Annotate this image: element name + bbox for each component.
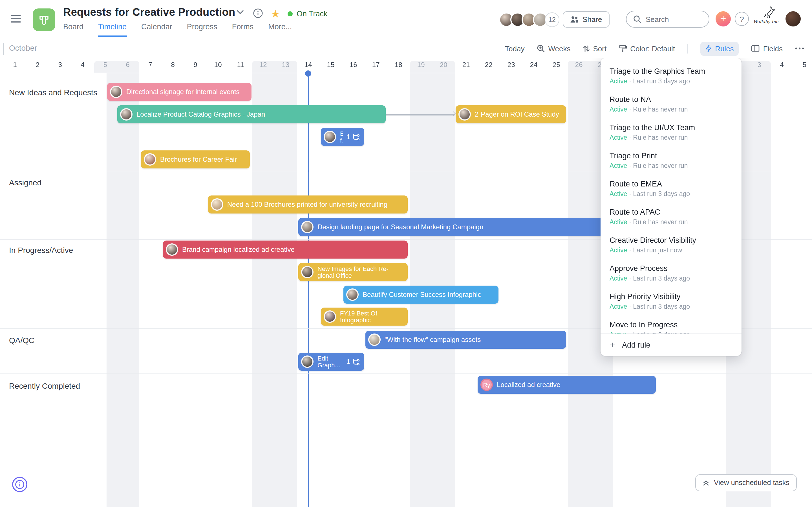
rule-item[interactable]: High Priority VisibilityActive · Last ru… (601, 289, 742, 317)
rule-last-run: Rule has never run (633, 162, 688, 169)
rule-item[interactable]: Triage to the Graphics TeamActive · Last… (601, 64, 742, 92)
task-bar[interactable]: EditGraph…1 (298, 353, 364, 371)
board-glyph-icon (38, 13, 50, 26)
date-cell: 4 (71, 61, 94, 69)
task-label: Bf… (340, 130, 343, 144)
task-bar[interactable]: RyLocalized ad creative (477, 376, 656, 394)
page-title[interactable]: Requests for Creative Production (63, 6, 235, 18)
fields-button[interactable]: Fields (751, 44, 783, 53)
search-icon (633, 15, 641, 23)
rule-title: High Priority Visibility (610, 292, 732, 301)
task-bar[interactable]: New Images for Each Re-gional Office (298, 263, 408, 281)
task-bar[interactable]: Need a 100 Brochures printed for univers… (208, 195, 408, 214)
section-label-column (0, 73, 107, 507)
view-tabs: BoardTimelineCalendarProgressFormsMore..… (63, 22, 292, 37)
date-cell: 4 (770, 61, 793, 69)
date-cell: 3 (49, 61, 71, 69)
rule-item[interactable]: Route to APACActive · Rule has never run (601, 205, 742, 233)
title-chevron-down-icon[interactable] (237, 10, 244, 15)
date-cell: 6 (116, 61, 139, 69)
rule-item[interactable]: Approve ProcessActive · Last run 3 days … (601, 261, 742, 289)
color-button[interactable]: Color: Default (619, 44, 675, 53)
rule-status: Active · Last run 3 days ago (610, 190, 732, 197)
assignee-avatar (368, 334, 380, 346)
project-info-icon[interactable] (253, 8, 263, 18)
task-bar[interactable]: Design landing page for Seasonal Marketi… (298, 218, 635, 236)
rule-title: Triage to the Graphics Team (610, 67, 732, 75)
sort-icon (583, 45, 590, 52)
user-avatar[interactable] (785, 11, 801, 26)
date-cell: 18 (387, 61, 410, 69)
color-label: Color: Default (630, 44, 675, 53)
rules-button[interactable]: Rules (700, 41, 739, 55)
tab-board[interactable]: Board (63, 22, 84, 37)
task-bar[interactable]: Brand campaign localized ad creative (163, 240, 408, 259)
rule-item[interactable]: Move to In ProgressActive · Last run 3 d… (601, 317, 742, 334)
rules-dropdown: Triage to the Graphics TeamActive · Last… (601, 58, 742, 356)
rule-status: Active · Last run 3 days ago (610, 303, 732, 310)
rule-last-run: Last run 3 days ago (633, 190, 690, 197)
task-label: Localized ad creative (497, 381, 560, 389)
task-bar[interactable]: Bf…1 (321, 128, 364, 146)
hamburger-menu-icon[interactable] (11, 15, 21, 24)
rule-last-run: Last run 3 days ago (633, 303, 690, 310)
rule-item[interactable]: Route to NAActive · Rule has never run (601, 92, 742, 120)
rule-status: Active · Last run 3 days ago (610, 78, 732, 84)
task-label: Need a 100 Brochures printed for univers… (227, 201, 388, 209)
tab-calendar[interactable]: Calendar (141, 22, 172, 37)
task-bar[interactable]: Beautify Customer Success Infographic (343, 286, 499, 304)
assignee-avatar (301, 355, 313, 368)
assignee-avatar (458, 108, 471, 121)
date-cell: 1 (4, 61, 26, 69)
date-cell: 2 (26, 61, 49, 69)
help-button[interactable]: ? (735, 12, 749, 26)
date-cell: 14 (297, 61, 319, 69)
tab-progress[interactable]: Progress (187, 22, 217, 37)
lightning-icon (705, 45, 712, 52)
task-label: Localize Product Catalog Graphics - Japa… (137, 110, 265, 118)
assignee-initials-avatar: Ry (480, 379, 493, 391)
tab-more[interactable]: More... (268, 22, 292, 37)
member-overflow-count[interactable]: 12 (545, 12, 559, 27)
rule-active-label: Active (610, 331, 627, 334)
sort-button[interactable]: Sort (583, 44, 606, 53)
date-cell: 16 (342, 61, 364, 69)
task-bar[interactable]: 2-Pager on ROI Case Study (456, 105, 566, 123)
subtask-count: 1 (347, 358, 360, 365)
app-window: New Ideas and RequestsAssignedIn Progres… (0, 0, 812, 507)
today-button[interactable]: Today (505, 44, 524, 53)
view-unscheduled-tasks-button[interactable]: View unscheduled tasks (695, 474, 797, 491)
share-button[interactable]: Share (563, 11, 609, 27)
rule-active-label: Active (610, 162, 627, 169)
task-bar[interactable]: Localize Product Catalog Graphics - Japa… (117, 105, 386, 123)
coach-info-button[interactable] (12, 476, 28, 492)
task-bar[interactable]: Brochures for Career Fair (141, 151, 250, 168)
add-rule-button[interactable]: + Add rule (601, 334, 742, 356)
rule-item[interactable]: Route to EMEAActive · Last run 3 days ag… (601, 176, 742, 205)
favorite-star-icon[interactable]: ★ (271, 7, 280, 20)
rule-item[interactable]: Triage to PrintActive · Rule has never r… (601, 148, 742, 176)
task-bar[interactable]: FY19 Best OfInfographic (321, 307, 408, 326)
tab-timeline[interactable]: Timeline (98, 22, 126, 37)
chevrons-up-icon (703, 480, 709, 486)
assignee-avatar (144, 153, 156, 166)
task-label: Brand campaign localized ad creative (182, 245, 295, 253)
tab-forms[interactable]: Forms (232, 22, 254, 37)
rule-active-label: Active (610, 78, 627, 84)
project-icon[interactable] (33, 8, 55, 31)
task-bar[interactable]: Directional signage for internal events (107, 83, 252, 101)
header-divider (615, 12, 615, 26)
date-cell: 23 (500, 61, 522, 69)
rule-status: Active · Last run 3 days ago (610, 275, 732, 282)
rule-item[interactable]: Creative Director VisibilityActive · Las… (601, 233, 742, 261)
status-label: On Track (297, 10, 327, 18)
task-bar[interactable]: "With the flow" campaign assets (365, 331, 566, 349)
section-label: QA/QC (9, 336, 35, 345)
rule-title: Move to In Progress (610, 321, 732, 329)
date-cell: 8 (161, 61, 184, 69)
zoom-weeks-button[interactable]: Weeks (537, 44, 570, 53)
create-button[interactable]: + (716, 11, 731, 26)
rule-item[interactable]: Triage to the UI/UX TeamActive · Rule ha… (601, 120, 742, 148)
search-input[interactable]: Search (626, 11, 709, 27)
more-options-button[interactable] (795, 47, 804, 50)
